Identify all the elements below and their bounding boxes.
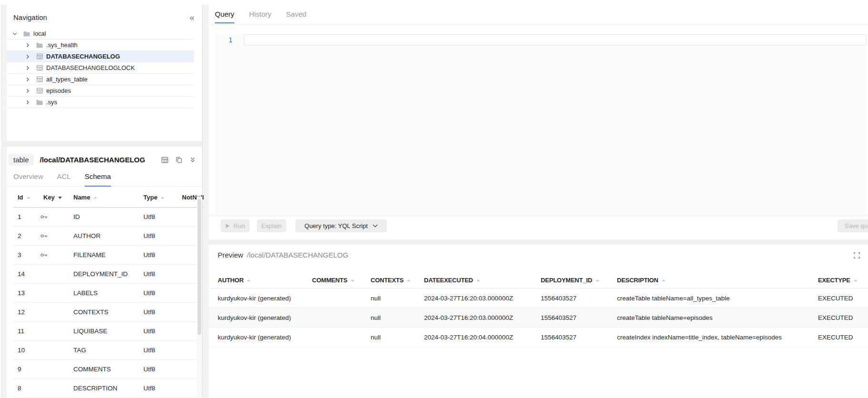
tab-label: Query bbox=[215, 10, 234, 18]
preview-column-header[interactable]: CONTEXTS bbox=[371, 277, 411, 284]
query-type-label: Query type: YQL Script bbox=[304, 222, 368, 229]
sort-asc-icon bbox=[407, 279, 411, 281]
folder-icon bbox=[36, 41, 43, 49]
sort-desc-icon bbox=[58, 197, 62, 199]
object-tab[interactable]: Overview bbox=[13, 172, 43, 186]
object-tabs: Overview ACL Schema bbox=[7, 172, 202, 187]
chevron-down-icon[interactable] bbox=[12, 31, 18, 37]
tree-item-label: .sys bbox=[46, 99, 57, 106]
schema-row: 2 AUTHOR Utf8 bbox=[13, 227, 204, 246]
column-id-value: 13 bbox=[18, 289, 25, 297]
run-label: Run bbox=[233, 222, 245, 229]
tab-label: Schema bbox=[85, 172, 111, 180]
chevron-right-icon[interactable] bbox=[25, 54, 30, 60]
sort-asc-icon bbox=[854, 279, 858, 281]
tree-item[interactable]: local bbox=[7, 28, 194, 40]
column-type-value: Utf8 bbox=[143, 251, 155, 259]
preview-column-header[interactable]: COMMENTS bbox=[312, 277, 354, 284]
table-icon bbox=[36, 87, 43, 95]
explain-label: Explain bbox=[262, 222, 282, 229]
schema-row: 10 TAG Utf8 bbox=[13, 341, 204, 360]
query-tab[interactable]: Saved bbox=[286, 10, 307, 23]
summary-actions bbox=[161, 156, 196, 164]
cell-contexts: null bbox=[371, 314, 381, 321]
column-id-value: 14 bbox=[18, 270, 25, 278]
tree-item-label: all_types_table bbox=[46, 76, 88, 83]
sort-asc-icon bbox=[161, 197, 164, 199]
explain-button[interactable]: Explain bbox=[257, 219, 286, 232]
tree-item[interactable]: DATABASECHANGELOG bbox=[7, 51, 194, 62]
schema-scrollbar[interactable] bbox=[197, 197, 202, 398]
tree-item[interactable]: DATABASECHANGELOGLOCK bbox=[7, 62, 194, 74]
preview-column-header[interactable]: AUTHOR bbox=[218, 277, 251, 284]
column-type-value: Utf8 bbox=[143, 289, 155, 297]
tree-item-label: DATABASECHANGELOG bbox=[46, 53, 120, 60]
column-id-value: 2 bbox=[18, 232, 21, 239]
preview-title: Preview bbox=[218, 251, 243, 259]
tree-item[interactable]: .sys bbox=[7, 97, 194, 108]
query-type-select[interactable]: Query type: YQL Script bbox=[295, 219, 387, 232]
horizontal-resizer-right[interactable] bbox=[209, 239, 868, 245]
column-name-value: CONTEXTS bbox=[73, 308, 109, 316]
cell-contexts: null bbox=[371, 334, 381, 341]
column-type-value: Utf8 bbox=[143, 347, 155, 354]
object-tab[interactable]: ACL bbox=[57, 172, 71, 186]
fullscreen-icon[interactable] bbox=[853, 252, 860, 259]
tree-item[interactable]: episodes bbox=[7, 85, 194, 97]
column-label: DEPLOYMENT_ID bbox=[541, 277, 592, 284]
object-tab[interactable]: Schema bbox=[85, 172, 111, 187]
column-id-value: 11 bbox=[18, 328, 24, 335]
column-label: Name bbox=[73, 194, 90, 201]
scrollbar-thumb[interactable] bbox=[198, 199, 201, 335]
schema-row: 1 ID Utf8 bbox=[13, 208, 204, 227]
tree-item[interactable]: .sys_health bbox=[7, 40, 194, 51]
navigation-tree: local .sys_health bbox=[7, 28, 194, 108]
tab-label: History bbox=[249, 10, 272, 18]
preview-column-header[interactable]: EXECTYPE bbox=[818, 277, 858, 284]
run-button[interactable]: Run bbox=[221, 219, 250, 232]
schema-table-header: Id Key Name Type NotNull bbox=[13, 187, 204, 208]
folder-icon bbox=[36, 99, 43, 106]
column-label: Type bbox=[143, 194, 157, 201]
chevron-right-icon[interactable] bbox=[25, 42, 30, 48]
copy-path-icon[interactable] bbox=[175, 156, 182, 164]
cell-author: kurdyukov-kir (generated) bbox=[218, 295, 291, 302]
editor-line-number: 1 bbox=[215, 36, 232, 44]
preview-column-header[interactable]: DESCRIPTION bbox=[617, 277, 666, 284]
chevron-right-icon[interactable] bbox=[25, 88, 30, 94]
column-id-value: 8 bbox=[18, 385, 21, 392]
schema-column-header[interactable]: Type bbox=[143, 194, 164, 201]
object-summary-header: table /local/DATABASECHANGELOG bbox=[7, 147, 202, 166]
cell-description: createTable tableName=all_types_table bbox=[617, 295, 730, 302]
preview-column-header[interactable]: DEPLOYMENT_ID bbox=[541, 277, 599, 284]
column-label: EXECTYPE bbox=[818, 277, 850, 284]
chevron-right-icon[interactable] bbox=[25, 65, 30, 71]
schema-column-header[interactable]: Id bbox=[18, 194, 30, 201]
chevron-right-icon[interactable] bbox=[25, 100, 30, 105]
cell-description: createTable tableName=episodes bbox=[617, 314, 713, 321]
save-query-button[interactable]: Save query bbox=[838, 219, 868, 232]
collapse-panel-icon[interactable]: « bbox=[190, 14, 194, 21]
query-editor[interactable]: 1 bbox=[215, 34, 866, 216]
query-tab[interactable]: History bbox=[249, 10, 272, 23]
cell-author: kurdyukov-kir (generated) bbox=[218, 334, 291, 341]
schema-column-header[interactable]: Key bbox=[43, 194, 62, 201]
cell-deployment-id: 1556403527 bbox=[541, 295, 576, 302]
column-name-value: LABELS bbox=[73, 289, 98, 297]
tree-item-label: local bbox=[33, 30, 46, 37]
schema-column-header[interactable]: Name bbox=[73, 194, 97, 201]
open-preview-icon[interactable] bbox=[161, 156, 169, 164]
cell-description: createIndex indexName=title_index, table… bbox=[617, 334, 782, 341]
column-type-value: Utf8 bbox=[143, 366, 155, 373]
chevron-right-icon[interactable] bbox=[25, 77, 30, 82]
preview-table-header: AUTHOR COMMENTS CONTEXTS DATEEXECUTED DE… bbox=[209, 272, 868, 289]
query-tab[interactable]: Query bbox=[215, 10, 234, 23]
preview-column-header[interactable]: DATEEXECUTED bbox=[424, 277, 480, 284]
sort-asc-icon bbox=[27, 197, 30, 199]
column-label: COMMENTS bbox=[312, 277, 347, 284]
tree-item-label: DATABASECHANGELOGLOCK bbox=[46, 64, 135, 71]
tree-item[interactable]: all_types_table bbox=[7, 74, 194, 85]
chevrons-down-icon[interactable] bbox=[189, 156, 196, 163]
save-query-label: Save query bbox=[845, 222, 868, 229]
horizontal-resizer-left[interactable] bbox=[1, 141, 202, 147]
